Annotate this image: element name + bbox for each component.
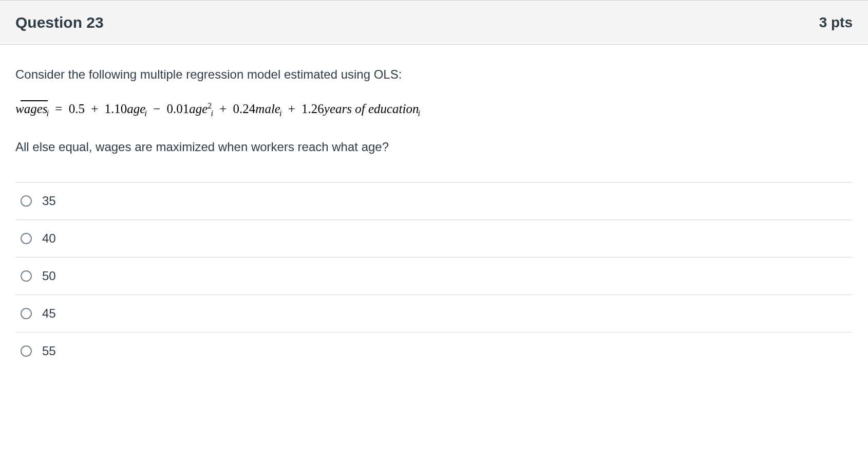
question-intro-text: Consider the following multiple regressi… — [15, 65, 853, 84]
answer-option[interactable]: 50 — [15, 257, 853, 295]
equation-plus-3: + — [219, 102, 227, 116]
equation-coef-2: 0.01 — [166, 102, 189, 116]
question-container: Question 23 3 pts Consider the following… — [0, 0, 868, 380]
equation-plus-4: + — [288, 102, 295, 116]
equation-minus: − — [153, 102, 160, 116]
equation-equals: = — [55, 102, 62, 116]
answer-option[interactable]: 40 — [15, 219, 853, 257]
equation-var-1: age — [127, 102, 145, 116]
equation-lhs-var: wages — [15, 102, 48, 116]
radio-icon — [21, 345, 32, 357]
answer-label: 55 — [42, 342, 56, 360]
radio-icon — [21, 308, 32, 319]
question-header: Question 23 3 pts — [0, 1, 868, 45]
equation-var-2: age — [189, 102, 207, 116]
question-points: 3 pts — [819, 12, 853, 33]
radio-icon — [21, 195, 32, 207]
answer-option[interactable]: 55 — [15, 332, 853, 370]
equation-const: 0.5 — [69, 102, 85, 116]
equation-var-4: years of education — [324, 102, 419, 116]
equation-lhs-hat: wages — [15, 99, 48, 119]
equation-var-1-sub: i — [144, 109, 147, 118]
equation-plus-1: + — [91, 102, 98, 116]
answer-label: 35 — [42, 192, 56, 210]
answer-label: 40 — [42, 229, 56, 248]
answer-option[interactable]: 35 — [15, 182, 853, 219]
equation-var-3: male — [255, 102, 280, 116]
answer-label: 50 — [42, 267, 56, 285]
equation-coef-3: 0.24 — [233, 102, 256, 116]
equation-coef-1: 1.10 — [104, 102, 127, 116]
radio-icon — [21, 233, 32, 244]
answer-option[interactable]: 45 — [15, 295, 853, 332]
equation-var-3-sub: i — [279, 109, 282, 118]
answers-list: 35 40 50 45 55 — [15, 182, 853, 370]
equation-var-4-sub: i — [418, 109, 421, 118]
answer-label: 45 — [42, 304, 56, 323]
equation-coef-4: 1.26 — [301, 102, 324, 116]
question-title: Question 23 — [15, 11, 104, 34]
equation-var-2-sub: i — [211, 109, 213, 118]
regression-equation: wagesi = 0.5 + 1.10agei − 0.01age2i + 0.… — [15, 99, 853, 120]
question-prompt-text: All else equal, wages are maximized when… — [15, 138, 853, 156]
question-body: Consider the following multiple regressi… — [0, 45, 868, 380]
radio-icon — [21, 270, 32, 282]
